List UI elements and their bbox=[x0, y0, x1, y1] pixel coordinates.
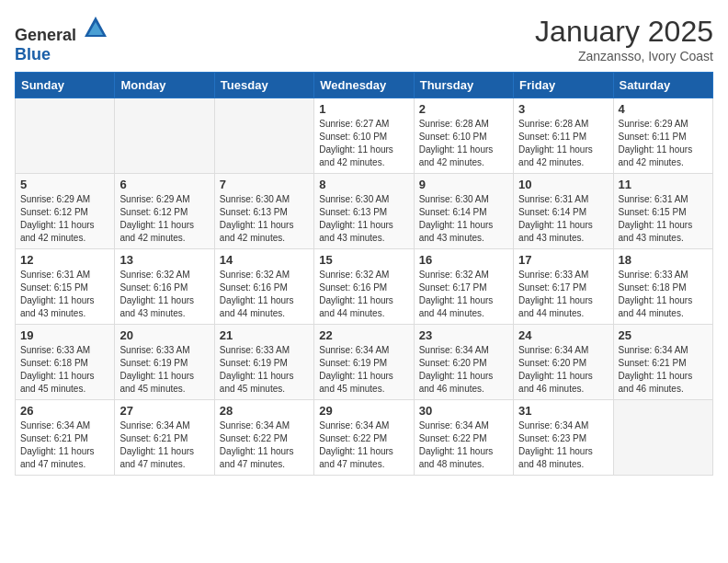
calendar-cell: 11Sunrise: 6:31 AMSunset: 6:15 PMDayligh… bbox=[613, 174, 712, 249]
day-info: Sunrise: 6:29 AMSunset: 6:11 PMDaylight:… bbox=[619, 118, 708, 169]
day-info: Sunrise: 6:34 AMSunset: 6:19 PMDaylight:… bbox=[319, 344, 408, 396]
calendar-cell: 2Sunrise: 6:28 AMSunset: 6:10 PMDaylight… bbox=[414, 98, 513, 174]
day-number: 18 bbox=[619, 253, 708, 267]
logo-general: General bbox=[15, 26, 76, 44]
day-info: Sunrise: 6:33 AMSunset: 6:18 PMDaylight:… bbox=[20, 344, 109, 396]
day-number: 29 bbox=[319, 404, 408, 418]
calendar-week-row: 12Sunrise: 6:31 AMSunset: 6:15 PMDayligh… bbox=[16, 249, 713, 325]
calendar-cell bbox=[613, 400, 712, 476]
calendar-cell: 10Sunrise: 6:31 AMSunset: 6:14 PMDayligh… bbox=[514, 174, 613, 249]
day-info: Sunrise: 6:31 AMSunset: 6:15 PMDaylight:… bbox=[20, 269, 109, 320]
day-info: Sunrise: 6:34 AMSunset: 6:21 PMDaylight:… bbox=[20, 419, 109, 471]
weekday-header: Thursday bbox=[414, 73, 513, 98]
logo-icon bbox=[83, 15, 108, 40]
calendar-week-row: 5Sunrise: 6:29 AMSunset: 6:12 PMDaylight… bbox=[16, 174, 713, 249]
day-number: 12 bbox=[20, 253, 109, 267]
day-number: 23 bbox=[419, 328, 508, 342]
day-number: 13 bbox=[119, 253, 209, 267]
day-number: 27 bbox=[119, 404, 209, 418]
calendar-cell: 25Sunrise: 6:34 AMSunset: 6:21 PMDayligh… bbox=[613, 325, 712, 400]
page-header: General Blue January 2025 Zanzansso, Ivo… bbox=[15, 15, 713, 64]
day-info: Sunrise: 6:27 AMSunset: 6:10 PMDaylight:… bbox=[319, 118, 408, 169]
calendar-week-row: 26Sunrise: 6:34 AMSunset: 6:21 PMDayligh… bbox=[16, 400, 713, 476]
day-info: Sunrise: 6:33 AMSunset: 6:19 PMDaylight:… bbox=[119, 344, 209, 396]
day-number: 25 bbox=[619, 328, 708, 342]
day-number: 11 bbox=[619, 178, 708, 191]
calendar-cell bbox=[16, 98, 115, 174]
weekday-header: Wednesday bbox=[314, 73, 414, 98]
day-info: Sunrise: 6:34 AMSunset: 6:20 PMDaylight:… bbox=[419, 344, 508, 396]
calendar-cell: 28Sunrise: 6:34 AMSunset: 6:22 PMDayligh… bbox=[214, 400, 313, 476]
day-number: 1 bbox=[319, 102, 408, 116]
calendar-header-row: SundayMondayTuesdayWednesdayThursdayFrid… bbox=[16, 73, 713, 98]
day-number: 19 bbox=[20, 328, 109, 342]
calendar-cell: 15Sunrise: 6:32 AMSunset: 6:16 PMDayligh… bbox=[314, 249, 414, 325]
day-number: 6 bbox=[119, 178, 209, 191]
calendar-cell: 1Sunrise: 6:27 AMSunset: 6:10 PMDaylight… bbox=[314, 98, 414, 174]
day-info: Sunrise: 6:34 AMSunset: 6:22 PMDaylight:… bbox=[319, 419, 408, 471]
day-number: 20 bbox=[119, 328, 209, 342]
calendar-cell: 8Sunrise: 6:30 AMSunset: 6:13 PMDaylight… bbox=[314, 174, 414, 249]
day-info: Sunrise: 6:29 AMSunset: 6:12 PMDaylight:… bbox=[119, 193, 209, 245]
day-info: Sunrise: 6:34 AMSunset: 6:22 PMDaylight:… bbox=[419, 419, 508, 471]
day-info: Sunrise: 6:33 AMSunset: 6:19 PMDaylight:… bbox=[220, 344, 309, 396]
day-info: Sunrise: 6:28 AMSunset: 6:10 PMDaylight:… bbox=[419, 118, 508, 169]
day-info: Sunrise: 6:32 AMSunset: 6:16 PMDaylight:… bbox=[119, 269, 209, 320]
day-info: Sunrise: 6:32 AMSunset: 6:16 PMDaylight:… bbox=[220, 269, 309, 320]
day-number: 30 bbox=[419, 404, 508, 418]
calendar-cell: 27Sunrise: 6:34 AMSunset: 6:21 PMDayligh… bbox=[115, 400, 214, 476]
day-info: Sunrise: 6:34 AMSunset: 6:23 PMDaylight:… bbox=[518, 419, 608, 471]
day-number: 24 bbox=[518, 328, 608, 342]
weekday-header: Saturday bbox=[613, 73, 712, 98]
calendar-cell: 20Sunrise: 6:33 AMSunset: 6:19 PMDayligh… bbox=[115, 325, 214, 400]
day-info: Sunrise: 6:31 AMSunset: 6:15 PMDaylight:… bbox=[619, 193, 708, 245]
day-number: 8 bbox=[319, 178, 408, 191]
day-info: Sunrise: 6:32 AMSunset: 6:16 PMDaylight:… bbox=[319, 269, 408, 320]
day-info: Sunrise: 6:33 AMSunset: 6:17 PMDaylight:… bbox=[518, 269, 608, 320]
title-block: January 2025 Zanzansso, Ivory Coast bbox=[535, 15, 713, 63]
calendar-cell: 22Sunrise: 6:34 AMSunset: 6:19 PMDayligh… bbox=[314, 325, 414, 400]
day-info: Sunrise: 6:30 AMSunset: 6:13 PMDaylight:… bbox=[319, 193, 408, 245]
day-number: 28 bbox=[220, 404, 309, 418]
calendar-cell: 7Sunrise: 6:30 AMSunset: 6:13 PMDaylight… bbox=[214, 174, 313, 249]
calendar-week-row: 1Sunrise: 6:27 AMSunset: 6:10 PMDaylight… bbox=[16, 98, 713, 174]
calendar-cell: 24Sunrise: 6:34 AMSunset: 6:20 PMDayligh… bbox=[514, 325, 613, 400]
day-number: 9 bbox=[419, 178, 508, 191]
calendar-cell: 9Sunrise: 6:30 AMSunset: 6:14 PMDaylight… bbox=[414, 174, 513, 249]
day-number: 5 bbox=[20, 178, 109, 191]
day-number: 4 bbox=[619, 102, 708, 116]
day-number: 22 bbox=[319, 328, 408, 342]
day-number: 14 bbox=[220, 253, 309, 267]
day-info: Sunrise: 6:34 AMSunset: 6:21 PMDaylight:… bbox=[119, 419, 209, 471]
calendar-cell: 14Sunrise: 6:32 AMSunset: 6:16 PMDayligh… bbox=[214, 249, 313, 325]
calendar-cell: 4Sunrise: 6:29 AMSunset: 6:11 PMDaylight… bbox=[613, 98, 712, 174]
month-title: January 2025 bbox=[535, 15, 713, 49]
logo: General Blue bbox=[15, 15, 108, 64]
calendar-cell: 23Sunrise: 6:34 AMSunset: 6:20 PMDayligh… bbox=[414, 325, 513, 400]
calendar-cell: 17Sunrise: 6:33 AMSunset: 6:17 PMDayligh… bbox=[514, 249, 613, 325]
logo-blue: Blue bbox=[15, 45, 51, 63]
day-number: 3 bbox=[518, 102, 608, 116]
weekday-header: Sunday bbox=[16, 73, 115, 98]
day-number: 26 bbox=[20, 404, 109, 418]
calendar-cell: 31Sunrise: 6:34 AMSunset: 6:23 PMDayligh… bbox=[514, 400, 613, 476]
calendar-cell: 13Sunrise: 6:32 AMSunset: 6:16 PMDayligh… bbox=[115, 249, 214, 325]
day-info: Sunrise: 6:32 AMSunset: 6:17 PMDaylight:… bbox=[419, 269, 508, 320]
day-number: 10 bbox=[518, 178, 608, 191]
day-info: Sunrise: 6:33 AMSunset: 6:18 PMDaylight:… bbox=[619, 269, 708, 320]
location-title: Zanzansso, Ivory Coast bbox=[535, 49, 713, 63]
day-number: 17 bbox=[518, 253, 608, 267]
weekday-header: Monday bbox=[115, 73, 214, 98]
day-number: 16 bbox=[419, 253, 508, 267]
day-info: Sunrise: 6:28 AMSunset: 6:11 PMDaylight:… bbox=[518, 118, 608, 169]
calendar-cell: 3Sunrise: 6:28 AMSunset: 6:11 PMDaylight… bbox=[514, 98, 613, 174]
calendar-cell: 21Sunrise: 6:33 AMSunset: 6:19 PMDayligh… bbox=[214, 325, 313, 400]
day-number: 7 bbox=[220, 178, 309, 191]
day-info: Sunrise: 6:30 AMSunset: 6:14 PMDaylight:… bbox=[419, 193, 508, 245]
weekday-header: Tuesday bbox=[214, 73, 313, 98]
day-number: 21 bbox=[220, 328, 309, 342]
day-info: Sunrise: 6:30 AMSunset: 6:13 PMDaylight:… bbox=[220, 193, 309, 245]
day-info: Sunrise: 6:34 AMSunset: 6:21 PMDaylight:… bbox=[619, 344, 708, 396]
calendar-cell: 30Sunrise: 6:34 AMSunset: 6:22 PMDayligh… bbox=[414, 400, 513, 476]
day-info: Sunrise: 6:34 AMSunset: 6:20 PMDaylight:… bbox=[518, 344, 608, 396]
